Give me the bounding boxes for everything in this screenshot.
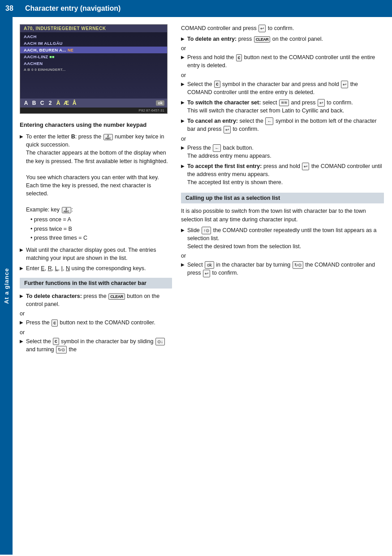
- bullet-press-c-left-content: Press the c button next to the COMAND co…: [26, 319, 172, 327]
- bullet-enter-b: ▶ To enter the letter B: press the 2ABC …: [20, 133, 172, 244]
- char-a-ring: Å: [71, 100, 78, 106]
- list-item: AACH IM ALLGÄU: [20, 40, 167, 47]
- nav-header-bar: A70, INDUSTRIEGEBIET WERNECK: [20, 25, 167, 32]
- list-item: A B 0 0 EINHUNDERT...: [20, 67, 167, 73]
- or-divider-4: or: [181, 72, 384, 78]
- or-divider-3: or: [181, 45, 384, 52]
- bullet-arrow: ▶: [181, 262, 185, 277]
- bullet-arrow: ▶: [181, 145, 185, 160]
- char-a: A: [23, 100, 29, 106]
- ww-icon: ≋≋: [279, 99, 289, 107]
- bullet-select-c-left: ▶ Select the c symbol in the character b…: [20, 337, 172, 353]
- nav-list: AACH AACH IM ALLGÄU AACH, BEUREN A... NE…: [20, 32, 167, 99]
- bullet-select-c-hold-content: Select the c symbol in the character bar…: [187, 80, 384, 96]
- c-key-hold: c: [236, 54, 242, 61]
- bullet-arrow: ▶: [181, 36, 185, 43]
- slide-up-icon: ↑⊙: [202, 227, 211, 234]
- bullet-arrow: ▶: [181, 163, 185, 186]
- sub-item-twice: press twice = B: [30, 225, 172, 233]
- continuation-text: COMAND controller and press ↩ to confirm…: [181, 24, 384, 32]
- bullet-switch-charset-content: To switch the character set: select ≋≋ a…: [187, 99, 384, 115]
- bullet-arrow: ▶: [20, 265, 23, 272]
- ok-key: ok: [205, 261, 214, 269]
- or-divider-6: or: [181, 253, 384, 259]
- bullet-arrow: ▶: [181, 118, 185, 133]
- calling-intro: It is also possible to switch from the t…: [181, 207, 384, 223]
- turn-icon-left: ↻⊙: [56, 346, 67, 353]
- bullet-accept-first-content: To accept the first list entry: press an…: [187, 162, 384, 186]
- bullet-arrow: ▶: [20, 293, 23, 308]
- nav-screenshot: A70, INDUSTRIEGEBIET WERNECK AACH AACH I…: [20, 24, 168, 114]
- sub-item-three: press three times = C: [30, 234, 172, 242]
- bullet-arrow: ▶: [181, 227, 185, 250]
- page-title: Character entry (navigation): [25, 4, 121, 13]
- sidebar-tab: At a glance: [0, 17, 13, 555]
- or-divider-2: or: [20, 329, 172, 336]
- bullet-accept-first: ▶ To accept the first list entry: press …: [181, 162, 384, 186]
- calling-up-label: Calling up the list as a selection list: [185, 195, 280, 201]
- or-divider-1: or: [20, 310, 172, 317]
- key-2abc: 2ABC: [103, 134, 113, 140]
- bullet-arrow: ▶: [20, 319, 23, 327]
- bullet-switch-charset: ▶ To switch the character set: select ≋≋…: [181, 99, 384, 115]
- further-functions-label: Further functions in the list with chara…: [24, 280, 146, 286]
- bullet-select-c-left-content: Select the c symbol in the character bar…: [26, 337, 172, 353]
- sidebar-label: At a glance: [3, 268, 10, 304]
- page-header: 38 Character entry (navigation): [0, 0, 392, 17]
- bullet-delete-chars: ▶ To delete characters: press the CLEAR …: [20, 292, 172, 308]
- ok-button-nav: ok: [156, 100, 164, 106]
- bullet-cancel-entry-content: To cancel an entry: select the ← symbol …: [187, 117, 384, 133]
- back-icon-2: ←: [213, 144, 221, 152]
- c-key-select-left: c: [53, 338, 59, 345]
- bullet-press-back-content: Press the ← back button. The address ent…: [187, 144, 384, 160]
- bullet-delete-entry: ▶ To delete an entry: press CLEAR on the…: [181, 35, 384, 43]
- slide-icon-left: ⊙↓: [155, 338, 165, 345]
- bullet-enter-letters-content: Enter E, R, L, I, N using the correspond…: [26, 264, 172, 272]
- nav-footer: P82 87-6457-31: [20, 108, 167, 113]
- clear-key-right: CLEAR: [254, 36, 271, 43]
- hold-icon-2: ↩: [302, 163, 309, 170]
- left-section-heading: Entering characters using the number key…: [20, 121, 172, 129]
- main-content: A70, INDUSTRIEGEBIET WERNECK AACH AACH I…: [13, 17, 392, 555]
- bullet-arrow: ▶: [181, 99, 185, 115]
- bullet-slide-list: ▶ Slide ↑⊙ the COMAND controller repeate…: [181, 226, 384, 250]
- bullet-slide-list-content: Slide ↑⊙ the COMAND controller repeatedl…: [187, 226, 384, 250]
- bullet-press-c-left: ▶ Press the c button next to the COMAND …: [20, 319, 172, 327]
- char-a-umlaut: Ä: [55, 100, 61, 106]
- c-key-left: c: [52, 319, 58, 327]
- list-item: AACH, BEUREN A... NE: [20, 47, 167, 53]
- bullet-arrow: ▶: [20, 338, 23, 353]
- c-key-select-right: c: [214, 81, 220, 88]
- bullet-wait: ▶ Wait until the character display goes …: [20, 246, 172, 262]
- bullet-arrow: ▶: [20, 247, 23, 262]
- sub-item-once: press once = A: [30, 216, 172, 224]
- char-b: B: [31, 100, 37, 106]
- bullet-enter-letters: ▶ Enter E, R, L, I, N using the correspo…: [20, 264, 172, 272]
- char-2: 2: [47, 100, 53, 106]
- confirm-icon-2: ↩: [318, 99, 325, 107]
- bullet-select-ok: ▶ Select ok in the character bar by turn…: [181, 261, 384, 277]
- key-2abc-example: 2ABC: [62, 207, 71, 213]
- bullet-arrow: ▶: [20, 134, 23, 244]
- hold-icon: ↩: [341, 81, 348, 88]
- further-functions-box: Further functions in the list with chara…: [20, 278, 172, 289]
- bullet-delete-entry-content: To delete an entry: press CLEAR on the c…: [187, 35, 384, 43]
- bullet-delete-chars-content: To delete characters: press the CLEAR bu…: [26, 292, 172, 308]
- char-ae: Æ: [63, 100, 69, 106]
- bullet-select-ok-content: Select ok in the character bar by turnin…: [187, 261, 384, 277]
- or-divider-5: or: [181, 136, 384, 142]
- bullet-hold-c-content: Press and hold the c button next to the …: [187, 53, 384, 69]
- list-item: AACHEN: [20, 60, 167, 67]
- bullet-press-back: ▶ Press the ← back button. The address e…: [181, 144, 384, 160]
- bullet-select-c-hold: ▶ Select the c symbol in the character b…: [181, 80, 384, 96]
- clear-key-left: CLEAR: [108, 293, 125, 300]
- left-column: A70, INDUSTRIEGEBIET WERNECK AACH AACH I…: [20, 24, 172, 546]
- page-number: 38: [5, 4, 18, 13]
- list-item: AACH-LINZ ■■: [20, 53, 167, 60]
- right-column: COMAND controller and press ↩ to confirm…: [181, 24, 384, 546]
- nav-screen: A70, INDUSTRIEGEBIET WERNECK AACH AACH I…: [20, 25, 167, 113]
- turn-icon-right: ↻⊙: [293, 261, 303, 269]
- example-sub-list: press once = A press twice = B press thr…: [30, 216, 172, 241]
- bullet-enter-b-content: To enter the letter B: press the 2ABC nu…: [26, 133, 172, 244]
- list-item: AACH: [20, 33, 167, 40]
